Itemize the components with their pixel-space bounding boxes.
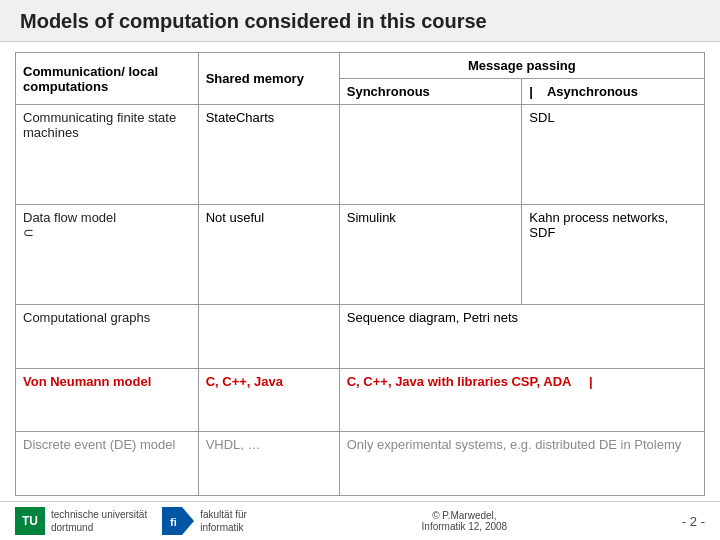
sync-header: Synchronous: [339, 79, 522, 105]
cfsm-col1: Communicating finite state machines: [16, 105, 199, 205]
footer-page: - 2 -: [682, 514, 705, 529]
dfm-col2: Not useful: [198, 205, 339, 305]
fi-shape: fi: [162, 507, 194, 535]
vn-col1: Von Neumann model: [16, 368, 199, 432]
table-header-row: Communication/ local computations Shared…: [16, 53, 705, 79]
de-col1: Discrete event (DE) model: [16, 432, 199, 496]
main-content: Communication/ local computations Shared…: [0, 42, 720, 501]
dfm-col3-async: Kahn process networks, SDF: [522, 205, 705, 305]
cg-col2: [198, 305, 339, 369]
footer: TU technische universität dortmund fi fa…: [0, 501, 720, 540]
svg-text:fi: fi: [170, 516, 177, 528]
table-row: Computational graphs Sequence diagram, P…: [16, 305, 705, 369]
models-table: Communication/ local computations Shared…: [15, 52, 705, 496]
vn-col2: C, C++, Java: [198, 368, 339, 432]
cg-col1: Computational graphs: [16, 305, 199, 369]
col2-header: Shared memory: [198, 53, 339, 105]
dfm-col3-sync: Simulink: [339, 205, 522, 305]
async-header: | Asynchronous: [522, 79, 705, 105]
footer-left: TU technische universität dortmund fi fa…: [15, 507, 247, 535]
table-row: Von Neumann model C, C++, Java C, C++, J…: [16, 368, 705, 432]
title-bar: Models of computation considered in this…: [0, 0, 720, 42]
cfsm-col2: StateCharts: [198, 105, 339, 205]
tu-logo: TU technische universität dortmund: [15, 507, 147, 535]
table-row: Discrete event (DE) model VHDL, … Only e…: [16, 432, 705, 496]
page: Models of computation considered in this…: [0, 0, 720, 540]
tu-logo-box: TU: [15, 507, 45, 535]
de-col2: VHDL, …: [198, 432, 339, 496]
fi-text: fakultät für informatik: [200, 508, 247, 534]
cfsm-col3-sync: [339, 105, 522, 205]
fi-logo: fi fakultät für informatik: [162, 507, 247, 535]
tu-text: technische universität dortmund: [51, 508, 147, 534]
footer-copyright: © P.Marwedel, Informatik 12, 2008: [422, 510, 508, 532]
page-title: Models of computation considered in this…: [20, 10, 700, 33]
table-row: Communicating finite state machines Stat…: [16, 105, 705, 205]
table-row: Data flow model⊂ Not useful Simulink Kah…: [16, 205, 705, 305]
msg-passing-header: Message passing: [339, 53, 704, 79]
col1-header: Communication/ local computations: [16, 53, 199, 105]
vn-col3-span: C, C++, Java with libraries CSP, ADA |: [339, 368, 704, 432]
svg-marker-0: [162, 507, 194, 535]
dfm-col1: Data flow model⊂: [16, 205, 199, 305]
cg-col3-span: Sequence diagram, Petri nets: [339, 305, 704, 369]
de-col3-span: Only experimental systems, e.g. distribu…: [339, 432, 704, 496]
cfsm-col3-async: SDL: [522, 105, 705, 205]
